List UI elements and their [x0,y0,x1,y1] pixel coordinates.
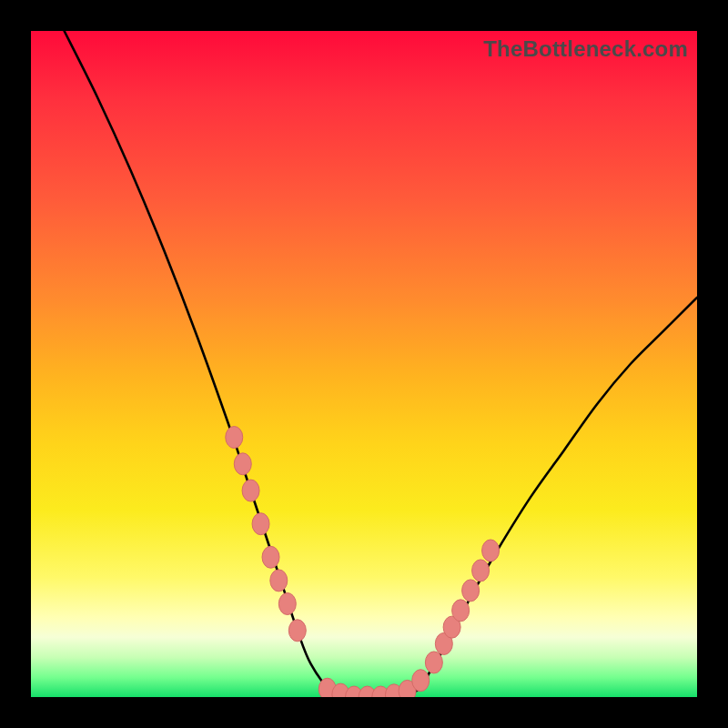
left-cluster-marker [234,453,251,475]
right-cluster-marker [452,600,470,622]
right-cluster-marker [482,540,500,561]
watermark-text: TheBottleneck.com [483,36,688,62]
bottleneck-curve [65,31,697,697]
plot-area: TheBottleneck.com [31,31,697,697]
chart-frame: TheBottleneck.com [0,0,728,728]
left-cluster-marker [242,480,259,501]
left-cluster-marker [288,620,306,642]
data-markers [226,427,500,697]
left-cluster-marker [270,570,288,592]
right-cluster-marker [412,670,430,692]
right-cluster-marker [462,580,480,602]
right-cluster-marker [472,560,490,581]
left-cluster-marker [226,427,243,449]
right-cluster-marker [425,652,442,673]
left-cluster-marker [262,546,279,568]
left-cluster-marker [278,593,296,615]
left-cluster-marker [252,513,269,535]
chart-svg [31,31,697,697]
